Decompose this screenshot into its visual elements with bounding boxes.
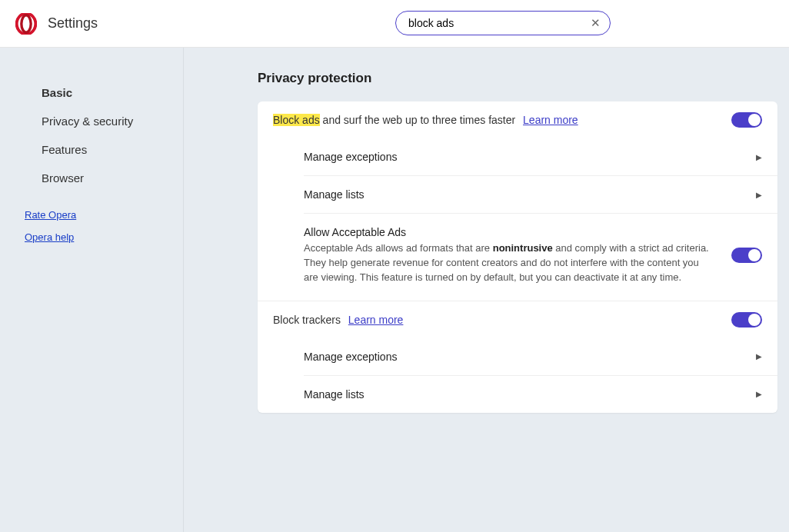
block-ads-toggle[interactable] bbox=[731, 112, 762, 128]
block-trackers-sublist: Manage exceptions ▶ Manage lists ▶ bbox=[258, 338, 777, 413]
chevron-right-icon: ▶ bbox=[756, 153, 762, 161]
block-trackers-label: Block trackers Learn more bbox=[273, 314, 731, 326]
main-content: Privacy protection Block ads and surf th… bbox=[184, 48, 789, 532]
sidebar: Basic Privacy & security Features Browse… bbox=[0, 48, 184, 532]
acceptable-ads-desc: Acceptable Ads allows ad formats that ar… bbox=[304, 241, 716, 285]
chevron-right-icon: ▶ bbox=[756, 390, 762, 398]
svg-point-0 bbox=[17, 13, 36, 34]
nav-privacy-security[interactable]: Privacy & security bbox=[0, 107, 183, 135]
nav-features[interactable]: Features bbox=[0, 135, 183, 164]
opera-help-link[interactable]: Opera help bbox=[25, 231, 183, 243]
block-ads-row: Block ads and surf the web up to three t… bbox=[258, 101, 777, 138]
clear-search-icon[interactable]: ✕ bbox=[588, 16, 602, 30]
section-title: Privacy protection bbox=[258, 71, 777, 86]
opera-logo-icon bbox=[15, 13, 37, 35]
block-ads-learn-more[interactable]: Learn more bbox=[523, 114, 578, 126]
acceptable-ads-title: Allow Acceptable Ads bbox=[304, 226, 716, 238]
acceptable-ads-row: Allow Acceptable Ads Acceptable Ads allo… bbox=[304, 213, 777, 301]
chevron-right-icon: ▶ bbox=[756, 191, 762, 199]
privacy-card: Block ads and surf the web up to three t… bbox=[258, 101, 777, 413]
rate-opera-link[interactable]: Rate Opera bbox=[25, 209, 183, 221]
block-trackers-learn-more[interactable]: Learn more bbox=[348, 314, 404, 326]
manage-lists-trackers[interactable]: Manage lists ▶ bbox=[304, 375, 777, 413]
block-ads-label: Block ads and surf the web up to three t… bbox=[273, 114, 731, 126]
manage-exceptions-ads[interactable]: Manage exceptions ▶ bbox=[304, 138, 777, 175]
manage-lists-ads[interactable]: Manage lists ▶ bbox=[304, 175, 777, 213]
header: Settings ✕ bbox=[0, 0, 789, 48]
search-input[interactable] bbox=[408, 17, 588, 29]
nav-basic[interactable]: Basic bbox=[0, 78, 183, 107]
page-title: Settings bbox=[48, 15, 98, 32]
manage-exceptions-trackers[interactable]: Manage exceptions ▶ bbox=[304, 338, 777, 375]
block-trackers-toggle[interactable] bbox=[731, 312, 762, 328]
nav-browser[interactable]: Browser bbox=[0, 164, 183, 192]
chevron-right-icon: ▶ bbox=[756, 352, 762, 361]
svg-point-1 bbox=[22, 15, 31, 32]
acceptable-ads-toggle[interactable] bbox=[731, 248, 762, 263]
block-ads-sublist: Manage exceptions ▶ Manage lists ▶ Allow… bbox=[258, 138, 777, 301]
block-trackers-row: Block trackers Learn more bbox=[258, 301, 777, 338]
search-highlight: Block ads bbox=[273, 114, 320, 126]
search-box[interactable]: ✕ bbox=[395, 11, 611, 35]
search-container: ✕ bbox=[395, 11, 611, 35]
